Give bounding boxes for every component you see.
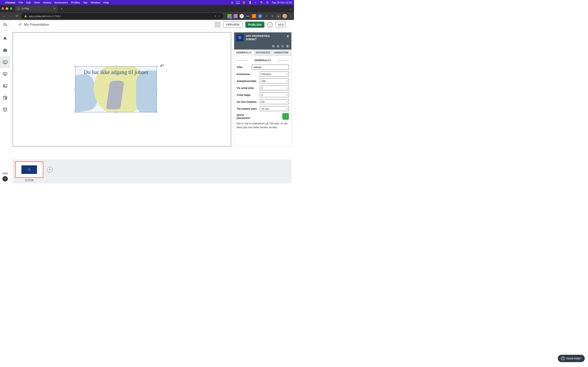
address-bar[interactable]: 🔒 app.q-play.net/editor/23863 ⇪ ☆ [21, 13, 223, 19]
resize-handle[interactable] [156, 66, 157, 67]
reload-button[interactable]: ⟳ [15, 14, 19, 18]
extensions-area: ✎ f? NEW ⚡ c ✦ ☰ ◧ ⋮ [227, 14, 292, 18]
antaldage-select[interactable]: 3▾ [260, 92, 289, 97]
menu-profiles[interactable]: Profiles [71, 1, 80, 4]
title-input[interactable] [252, 65, 289, 69]
resize-handle[interactable] [156, 89, 157, 90]
back-button[interactable]: ← [2, 15, 6, 18]
status-check-icon[interactable]: ✓ [267, 22, 273, 27]
slide-canvas[interactable]: Du har ikke adgang til jobnet ↶ [13, 32, 231, 146]
widget-text: Du har ikke adgang til jobnet [75, 69, 156, 76]
tabs-dropdown-icon[interactable]: ⌄ [289, 7, 292, 11]
tab-close-icon[interactable]: ✕ [53, 7, 56, 10]
menu-view[interactable]: View [34, 1, 40, 4]
rotate-handle-icon[interactable]: ↶ [160, 63, 164, 69]
presentation-name[interactable]: My Presentation [24, 23, 49, 27]
publish-button[interactable]: PUBLISH [245, 22, 264, 28]
main-area: My Presentation PREVIEW PUBLISH ✓ 16:9 D… [10, 20, 294, 184]
nav-cast-icon[interactable] [0, 68, 10, 80]
menubar-clock[interactable]: Tue 25 Oct 12.55 [272, 1, 292, 4]
nav-home-icon[interactable] [0, 33, 10, 44]
extension-icon-4[interactable]: ⚡ [252, 14, 256, 18]
macos-menubar: Chrome File Edit View History Bookmarks … [0, 0, 294, 5]
paste-icon[interactable]: ⧉ [277, 44, 279, 48]
profile-avatar[interactable] [283, 14, 287, 18]
resize-handle[interactable] [75, 89, 76, 90]
tab-title: Q-Play [22, 7, 29, 10]
nav-editor-icon[interactable] [0, 56, 10, 68]
resize-handle[interactable] [115, 66, 117, 67]
extension-icon-3[interactable]: f? [240, 14, 244, 18]
duplicate-icon[interactable]: ⎘ [282, 44, 284, 48]
nav-schedule-icon[interactable] [0, 92, 10, 104]
panel-close-icon[interactable]: ✕ [286, 34, 289, 39]
arbejdsomraade-select[interactable]: Alle▾ [260, 78, 289, 83]
quick-placement-button[interactable]: ⛶ [282, 113, 289, 120]
browser-tab[interactable]: ▭ Q-Play ✕ [15, 5, 58, 12]
extension-icon-5[interactable]: c [258, 14, 262, 18]
tab-advanced[interactable]: ADVANCED [254, 50, 272, 56]
fullscreen-window-button[interactable] [10, 7, 12, 10]
preview-button[interactable]: PREVIEW [223, 22, 242, 28]
resize-handle[interactable] [156, 111, 157, 113]
menu-history[interactable]: History [43, 1, 51, 4]
slide-thumbnail[interactable]: ⓘ 117236 [15, 161, 43, 182]
extensions-puzzle-icon[interactable]: ✦ [264, 14, 268, 18]
triangle-icon[interactable]: △ [236, 1, 240, 4]
aspect-ratio-selector[interactable]: 16:9 [276, 22, 286, 27]
copy-icon[interactable]: ⧉ [272, 44, 274, 48]
sidebar-expand-icon[interactable]: › [9, 22, 9, 25]
bookmark-star-icon[interactable]: ☆ [218, 15, 221, 18]
menu-window[interactable]: Window [91, 1, 100, 4]
menu-edit[interactable]: Edit [26, 1, 31, 4]
visantal-select[interactable]: 3▾ [260, 85, 289, 90]
tid-select[interactable]: 10 sec▾ [260, 106, 289, 111]
left-sidebar: › 5295 ? [0, 20, 10, 184]
share-icon[interactable]: ⇪ [214, 15, 216, 18]
selected-widget[interactable]: Du har ikke adgang til jobnet ↶ [75, 66, 157, 112]
field-label-tid: Tid mellem jobs: [237, 107, 259, 110]
menu-tab[interactable]: Tab [83, 1, 87, 4]
lock-icon[interactable]: 🔒 [24, 15, 27, 17]
editor-toolbar: My Presentation PREVIEW PUBLISH ✓ 16:9 [13, 20, 292, 29]
kommune-select[interactable]: Randers▾ [260, 72, 289, 76]
extension-icon-1[interactable] [227, 14, 232, 18]
add-slide-button[interactable]: + [47, 167, 53, 173]
wifi-icon[interactable]: ᯤ [255, 1, 257, 4]
tab-animation[interactable]: ANIMATION [272, 50, 290, 56]
reading-list-icon[interactable]: ☰ [270, 14, 274, 18]
edit-name-icon[interactable] [18, 22, 22, 27]
spotlight-icon[interactable]: 🔍 [260, 1, 263, 4]
resize-handle[interactable] [75, 66, 76, 67]
close-window-button[interactable] [2, 7, 4, 10]
menu-help[interactable]: Help [104, 1, 109, 4]
new-tab-button[interactable]: ＋ [60, 7, 63, 11]
mute-icon[interactable]: 🔇 [242, 1, 246, 4]
resize-handle[interactable] [115, 111, 117, 113]
grid-toggle-icon[interactable] [215, 22, 220, 27]
resize-handle[interactable] [75, 111, 76, 113]
minimize-window-button[interactable] [6, 7, 8, 10]
chrome-menu-icon[interactable]: ⋮ [289, 14, 292, 18]
svg-rect-4 [4, 49, 6, 49]
delete-icon[interactable]: 🗑 [286, 44, 289, 48]
menu-file[interactable]: File [18, 1, 23, 4]
tab-strip: ▭ Q-Play ✕ ＋ ⌄ [0, 5, 294, 12]
menu-bookmarks[interactable]: Bookmarks [54, 1, 68, 4]
extension-new-badge[interactable]: NEW [246, 14, 250, 18]
cc-icon[interactable]: ◎ [231, 1, 233, 4]
sidebar-help-icon[interactable]: ? [2, 176, 8, 182]
chevron-down-icon: ▾ [286, 73, 287, 75]
user-settings-icon[interactable] [2, 22, 8, 27]
extension-icon-2[interactable]: ✎ [233, 14, 238, 18]
sidepanel-icon[interactable]: ◧ [277, 14, 281, 18]
field-label-kommune: Kommune: [237, 73, 259, 76]
battery-icon[interactable]: 🔋 [249, 1, 252, 4]
nav-media-icon[interactable] [0, 44, 10, 56]
hotjobs-select[interactable]: No▾ [260, 99, 289, 104]
nav-calendar-icon[interactable] [0, 104, 10, 115]
nav-image-icon[interactable] [0, 80, 10, 92]
control-center-icon[interactable]: ☰ [266, 1, 269, 4]
tab-generally[interactable]: GENERALLY [234, 50, 254, 56]
menubar-app[interactable]: Chrome [5, 1, 15, 4]
